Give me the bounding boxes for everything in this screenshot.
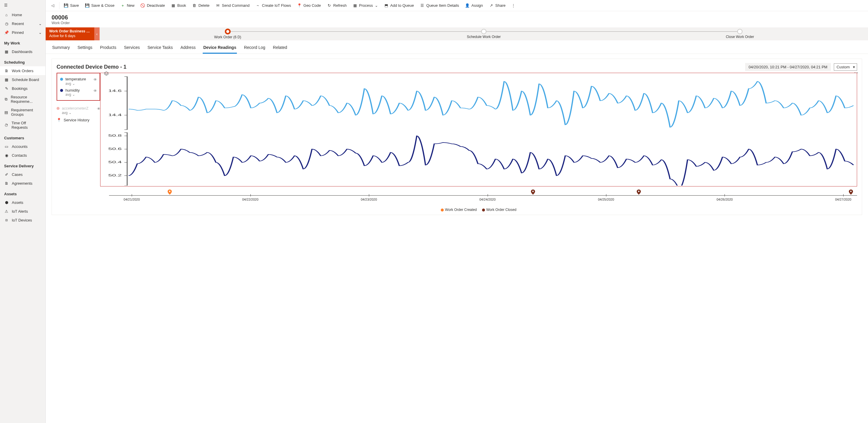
section-customers: Customers <box>0 132 45 142</box>
record-header: 00006 Work Order <box>46 11 868 27</box>
sidebar-item-work-orders[interactable]: 🗎Work Orders <box>0 66 45 75</box>
sidebar-item-iot-alerts[interactable]: ⚠IoT Alerts <box>0 207 45 216</box>
process-stage-0[interactable]: Work Order (6 D) <box>100 27 355 40</box>
hamburger-icon[interactable]: ☰ <box>0 0 45 10</box>
svg-text:14.4: 14.4 <box>108 113 122 117</box>
sidebar-item-pinned[interactable]: 📌Pinned ⌄ <box>0 28 45 37</box>
visibility-icon[interactable]: 👁 <box>93 89 97 93</box>
cmd-create-iot-flows[interactable]: ~ Create IoT Flows <box>252 1 294 10</box>
legend-item-accelerometerZ[interactable]: accelerometerZ avg ⌄ 👁 <box>57 105 100 116</box>
cmd-queue-item-details[interactable]: ☰ Queue Item Details <box>417 1 462 10</box>
main-content: ◁ 💾 Save 💾 Save & Close ＋ New 🚫 Deactiva… <box>46 0 868 423</box>
chart-plot-area: 14.414.650.250.450.650.8 <box>100 73 857 187</box>
sidebar-item-bookings[interactable]: ✎Bookings <box>0 84 45 93</box>
sidebar-item-requirement-groups[interactable]: ▤Requirement Groups <box>0 106 45 119</box>
tab-strip: SummarySettingsProductsServicesService T… <box>46 40 868 54</box>
sidebar-item-time-off-requests[interactable]: ⏱Time Off Requests <box>0 119 45 132</box>
cmd-process[interactable]: ▦ Process ⌄ <box>350 1 381 10</box>
cmd-save-close[interactable]: 💾 Save & Close <box>82 1 118 10</box>
visibility-icon[interactable]: 👁 <box>93 77 97 82</box>
tab-summary[interactable]: Summary <box>52 43 70 54</box>
legend-item-humidity[interactable]: humidity avg ⌄ 👁 <box>60 87 97 98</box>
sidebar-item-contacts[interactable]: ◉Contacts <box>0 151 45 160</box>
section-my work: My Work <box>0 37 45 47</box>
range-mode-select[interactable]: Custom <box>834 63 857 71</box>
agree-icon: 🗎 <box>4 181 9 186</box>
tab-products[interactable]: Products <box>100 43 117 54</box>
process-stage-2[interactable]: Close Work Order <box>612 27 868 40</box>
svg-text:50.8: 50.8 <box>108 134 122 137</box>
tab-related[interactable]: Related <box>272 43 287 54</box>
process-collapse-icon[interactable]: ‹ <box>94 27 100 40</box>
sidebar-item-home[interactable]: ⌂Home <box>0 10 45 19</box>
cmd-refresh[interactable]: ↻ Refresh <box>324 1 350 10</box>
sidebar-item-resource-requireme-[interactable]: ⧉Resource Requireme... <box>0 93 45 106</box>
tab-device readings[interactable]: Device Readings <box>203 43 237 54</box>
sidebar-item-accounts[interactable]: ▭Accounts <box>0 142 45 151</box>
date-range-display[interactable]: 04/20/2020, 10:21 PM - 04/27/2020, 04:21… <box>745 63 831 71</box>
process-flag[interactable]: Work Order Business Pro... Active for 6 … <box>46 27 94 40</box>
event-pin-closed[interactable] <box>531 189 535 196</box>
cmd-add-to-queue[interactable]: ⬒ Add to Queue <box>381 1 417 10</box>
group-icon: ▤ <box>4 110 8 115</box>
svg-text:50.2: 50.2 <box>108 174 122 177</box>
tab-record log[interactable]: Record Log <box>243 43 266 54</box>
service-history-toggle[interactable]: 📍 Service History <box>57 116 100 124</box>
event-pin-closed[interactable] <box>637 189 641 196</box>
cmd-share[interactable]: ↗ Share <box>486 1 508 10</box>
tab-services[interactable]: Services <box>123 43 141 54</box>
sidebar-item-dashboards[interactable]: ▦Dashboards <box>0 47 45 56</box>
x-tick-label: 04/24/2020 <box>479 198 496 201</box>
legend-item-temperature[interactable]: temperature avg ⌄ 👁 <box>60 76 97 87</box>
cmd-book[interactable]: ▦ Book <box>168 1 189 10</box>
footer-legend-item: Work Order Created <box>441 208 477 212</box>
section-service delivery: Service Delivery <box>0 160 45 170</box>
cmd-send-command[interactable]: ✉ Send Command <box>212 1 252 10</box>
section-scheduling: Scheduling <box>0 56 45 66</box>
layers-icon[interactable] <box>104 71 109 77</box>
sidebar-item-assets[interactable]: ⬢Assets <box>0 198 45 207</box>
cmd-deactivate[interactable]: 🚫 Deactivate <box>137 1 168 10</box>
footer-legend-item: Work Order Closed <box>482 208 516 212</box>
chevron-down-icon[interactable]: ⌄ <box>39 30 42 35</box>
iotdev-icon: ⧈ <box>4 218 9 222</box>
sidebar-item-schedule-board[interactable]: ▦Schedule Board <box>0 75 45 84</box>
chevron-down-icon[interactable]: ⌄ <box>72 93 75 97</box>
cmd-geo-code[interactable]: 📍 Geo Code <box>294 1 324 10</box>
back-button[interactable]: ◁ <box>48 1 58 10</box>
svg-point-13 <box>169 191 170 192</box>
business-process-flow: Work Order Business Pro... Active for 6 … <box>46 27 868 40</box>
svg-text:50.6: 50.6 <box>108 147 122 151</box>
res-icon: ⧉ <box>4 97 8 102</box>
overflow-button[interactable]: ⋮ <box>508 1 518 9</box>
legend-box: temperature avg ⌄ 👁 humidity avg ⌄ 👁 <box>57 73 100 101</box>
sidebar-item-recent[interactable]: ◷Recent ⌄ <box>0 19 45 28</box>
tab-service tasks[interactable]: Service Tasks <box>147 43 173 54</box>
case-icon: ✐ <box>4 172 9 177</box>
event-pin-created[interactable] <box>168 189 172 196</box>
sidebar-item-iot-devices[interactable]: ⧈IoT Devices <box>0 216 45 224</box>
cmd-assign[interactable]: 👤 Assign <box>462 1 486 10</box>
home-icon: ⌂ <box>4 12 9 17</box>
queue-icon: ⬒ <box>384 3 389 8</box>
chevron-down-icon[interactable]: ⌄ <box>39 22 42 26</box>
send-icon: ✉ <box>215 3 220 8</box>
cmd-new[interactable]: ＋ New <box>117 1 137 10</box>
chart-timeline: 04/21/202004/22/202004/23/202004/24/2020… <box>100 191 857 205</box>
process-stage-1[interactable]: Schedule Work Order <box>355 27 612 40</box>
cmd-save[interactable]: 💾 Save <box>61 1 82 10</box>
x-tick-label: 04/27/2020 <box>835 198 851 201</box>
event-pin-closed[interactable] <box>849 189 853 196</box>
save-icon: 💾 <box>64 3 68 8</box>
geo-icon: 📍 <box>297 3 302 8</box>
cmd-delete[interactable]: 🗑 Delete <box>189 1 212 10</box>
sidebar-item-cases[interactable]: ✐Cases <box>0 170 45 179</box>
svg-point-14 <box>532 191 534 192</box>
sidebar-item-agreements[interactable]: 🗎Agreements <box>0 179 45 188</box>
chevron-down-icon[interactable]: ⌄ <box>72 82 75 86</box>
tab-settings[interactable]: Settings <box>77 43 93 54</box>
tab-address[interactable]: Address <box>180 43 196 54</box>
svg-marker-0 <box>104 72 109 74</box>
saveclose-icon: 💾 <box>85 3 90 8</box>
chevron-down-icon[interactable]: ⌄ <box>69 111 71 115</box>
